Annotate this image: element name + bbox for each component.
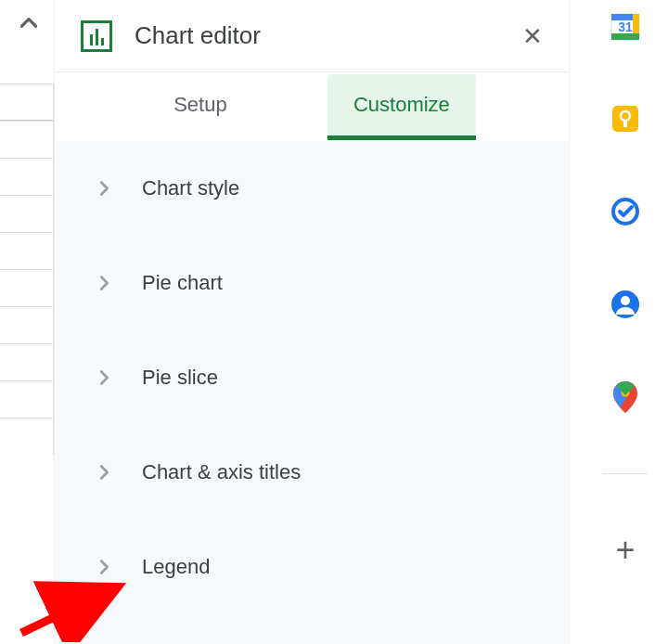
svg-rect-6 <box>612 106 638 132</box>
section-pie-slice[interactable]: Pie slice <box>55 330 569 425</box>
tab-setup[interactable]: Setup <box>148 74 253 140</box>
collapse-arrow-icon[interactable] <box>17 11 41 39</box>
chevron-right-icon <box>94 462 114 483</box>
customize-sections: Chart style Pie chart Pie slice Chart & … <box>55 141 569 644</box>
svg-point-11 <box>621 296 630 305</box>
close-icon[interactable]: ✕ <box>522 24 543 48</box>
section-chart-style[interactable]: Chart style <box>55 141 569 236</box>
chevron-right-icon <box>94 178 114 199</box>
spreadsheet-edge <box>0 84 54 492</box>
section-chart-axis-titles[interactable]: Chart & axis titles <box>55 425 569 520</box>
section-legend-label: Legend <box>142 555 210 579</box>
add-addon-button[interactable]: + <box>615 534 635 567</box>
chart-icon <box>81 20 112 52</box>
tab-customize[interactable]: Customize <box>328 74 476 140</box>
contacts-icon[interactable] <box>609 288 642 321</box>
section-pie-chart[interactable]: Pie chart <box>55 236 569 330</box>
panel-title: Chart editor <box>135 21 522 50</box>
tabs-bar: Setup Customize <box>55 72 569 141</box>
chevron-right-icon <box>94 367 114 388</box>
section-pie-chart-label: Pie chart <box>142 271 223 295</box>
chevron-right-icon <box>94 273 114 293</box>
side-panel-rail: 31 + <box>583 0 668 644</box>
section-chart-style-label: Chart style <box>142 176 239 200</box>
keep-icon[interactable] <box>609 102 642 135</box>
panel-header: Chart editor ✕ <box>55 0 569 72</box>
section-pie-slice-label: Pie slice <box>142 366 218 390</box>
svg-text:31: 31 <box>618 19 633 34</box>
calendar-icon[interactable]: 31 <box>609 9 642 43</box>
chart-editor-panel: Chart editor ✕ Setup Customize Chart sty… <box>54 0 570 644</box>
section-chart-axis-titles-label: Chart & axis titles <box>142 460 301 484</box>
maps-icon[interactable] <box>609 380 642 414</box>
section-legend[interactable]: Legend <box>55 520 569 614</box>
chevron-right-icon <box>94 557 114 577</box>
svg-rect-8 <box>623 121 627 127</box>
rail-divider <box>603 473 648 474</box>
tasks-icon[interactable] <box>609 195 642 228</box>
